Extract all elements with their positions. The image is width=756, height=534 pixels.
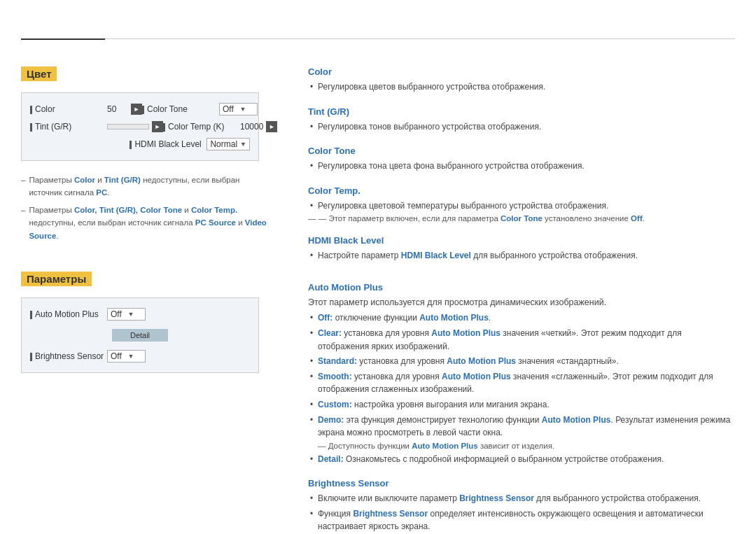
color-temp-arrow-btn[interactable]: ► [266,121,277,132]
color-tone-value[interactable]: Off ▼ [219,103,258,115]
color-bar-icon [30,106,32,114]
left-column: Цвет Color 50 ► Color Tone [0,21,294,534]
right-amp-subnote: — Доступность функции Auto Motion Plus з… [308,442,735,450]
tint-row: Tint (G/R) ► Color Temp (K) 10000 ► [30,121,250,132]
tint-bar-icon [30,123,32,132]
right-tint-list: Регулировка тонов выбранного устройства … [308,120,735,134]
right-amp-clear: Clear: установка для уровня Auto Motion … [308,327,735,353]
right-brightness-item-2: Функция Brightness Sensor определяет инт… [308,507,735,533]
hdmi-dropdown[interactable]: Normal ▼ [206,138,250,150]
color-number: 50 [107,104,128,114]
brightness-dropdown-value: Off [111,351,125,361]
hdmi-value[interactable]: Normal ▼ [206,138,250,150]
right-color-tone-title: Color Tone [308,146,735,156]
params-settings-box: Auto Motion Plus Off ▼ Detail [21,297,259,373]
right-amp-section: Auto Motion Plus Этот параметр используе… [308,282,735,465]
color-temp-label: Color Temp (K) [163,122,240,132]
brightness-bar-icon [30,353,32,361]
color-tone-bar-icon [142,106,144,114]
right-hdmi-item-1: Настройте параметр HDMI Black Level для … [308,249,735,262]
right-column: Color Регулировка цветов выбранного устр… [294,21,756,534]
right-color-tone-list: Регулировка тона цвета фона выбранного у… [308,160,735,173]
right-color-temp-section: Color Temp. Регулировка цветовой темпера… [308,185,735,223]
note-dash-2: – [21,204,25,216]
hdmi-row: HDMI Black Level Normal ▼ [30,138,250,150]
color-note-1: – Параметры Color и Tint (G/R) недоступн… [21,174,273,199]
right-brightness-list: Включите или выключите параметр Brightne… [308,492,735,533]
right-amp-list: Off: отключение функции Auto Motion Plus… [308,311,735,439]
right-amp-smooth: Smooth: установка для уровня Auto Motion… [308,370,735,396]
brightness-dropdown[interactable]: Off ▼ [107,350,146,363]
tint-value[interactable]: ► [107,121,163,132]
tint-label: Tint (G/R) [30,122,107,132]
brightness-value[interactable]: Off ▼ [107,350,146,363]
hdmi-dropdown-value: Normal [210,139,237,149]
color-arrow-btn[interactable]: ► [131,104,142,115]
hdmi-dropdown-arrow: ▼ [240,141,246,148]
brightness-row: Brightness Sensor Off ▼ [30,350,250,363]
color-section-title: Цвет [21,66,57,81]
hdmi-bar-icon [130,141,132,149]
color-temp-bar-icon [163,123,165,132]
right-amp-off: Off: отключение функции Auto Motion Plus… [308,311,735,325]
right-color-temp-list: Регулировка цветовой температуры выбранн… [308,199,735,213]
amp-row: Auto Motion Plus Off ▼ [30,308,250,321]
color-tone-dropdown[interactable]: Off ▼ [219,103,258,115]
right-amp-detail-list: Detail: Ознакомьтесь с подробной информа… [308,453,735,466]
tint-progress-bar [107,124,149,129]
hdmi-label: HDMI Black Level [130,139,206,149]
detail-button[interactable]: Detail [112,329,168,342]
amp-bar-icon [30,311,32,319]
color-label: Color [30,104,107,114]
right-amp-standard: Standard: установка для уровня Auto Moti… [308,355,735,368]
color-settings-box: Color 50 ► Color Tone Off ▼ [21,92,259,161]
color-tone-label: Color Tone [142,104,219,114]
color-temp-number: 10000 [240,122,263,132]
top-accent-line [21,38,105,40]
right-tint-section: Tint (G/R) Регулировка тонов выбранного … [308,106,735,134]
right-color-title: Color [308,66,735,77]
top-divider [21,38,735,39]
brightness-dropdown-arrow: ▼ [128,353,143,360]
detail-row: Detail [30,326,250,344]
right-color-tone-section: Color Tone Регулировка тона цвета фона в… [308,146,735,173]
amp-dropdown-arrow: ▼ [128,311,143,318]
right-hdmi-list: Настройте параметр HDMI Black Level для … [308,249,735,262]
right-amp-custom: Custom: настройка уровня выгорания или м… [308,398,735,412]
note-dash-1: – [21,174,25,186]
amp-value[interactable]: Off ▼ [107,308,146,321]
color-note-2: – Параметры Color, Tint (G/R), Color Ton… [21,204,273,242]
color-notes: – Параметры Color и Tint (G/R) недоступн… [21,174,273,242]
right-color-temp-title: Color Temp. [308,185,735,196]
right-hdmi-section: HDMI Black Level Настройте параметр HDMI… [308,235,735,262]
color-value[interactable]: 50 ► [107,104,142,115]
right-color-temp-subnote: — Этот параметр включен, если для параме… [308,214,735,223]
right-color-item-1: Регулировка цветов выбранного устройства… [308,80,735,94]
right-color-tone-item-1: Регулировка тона цвета фона выбранного у… [308,160,735,173]
right-brightness-item-1: Включите или выключите параметр Brightne… [308,492,735,505]
color-section: Цвет Color 50 ► Color Tone [21,66,273,242]
right-amp-demo: Demo: эта функция демонстрирует технолог… [308,414,735,440]
tint-arrow-btn[interactable]: ► [152,121,163,132]
amp-label: Auto Motion Plus [30,309,107,319]
right-amp-title: Auto Motion Plus [308,282,735,293]
right-amp-detail: Detail: Ознакомьтесь с подробной информа… [308,453,735,466]
brightness-label: Brightness Sensor [30,351,107,361]
color-row: Color 50 ► Color Tone Off ▼ [30,103,250,115]
right-brightness-section: Brightness Sensor Включите или выключите… [308,478,735,534]
right-tint-title: Tint (G/R) [308,106,735,117]
right-hdmi-title: HDMI Black Level [308,235,735,246]
note-text-2: Параметры Color, Tint (G/R), Color Tone … [29,204,273,242]
note-text-1: Параметры Color и Tint (G/R) недоступны,… [29,174,273,199]
right-brightness-title: Brightness Sensor [308,478,735,489]
right-color-section: Color Регулировка цветов выбранного устр… [308,66,735,94]
amp-dropdown[interactable]: Off ▼ [107,308,146,321]
right-tint-item-1: Регулировка тонов выбранного устройства … [308,120,735,134]
color-temp-value[interactable]: 10000 ► [240,121,277,132]
color-tone-dropdown-value: Off [223,104,237,114]
params-section-title: Параметры [21,272,92,286]
right-color-list: Регулировка цветов выбранного устройства… [308,80,735,94]
params-section: Параметры Auto Motion Plus Off ▼ [21,258,273,373]
right-amp-intro: Этот параметр используется для просмотра… [308,296,735,309]
right-color-temp-item-1: Регулировка цветовой температуры выбранн… [308,199,735,213]
